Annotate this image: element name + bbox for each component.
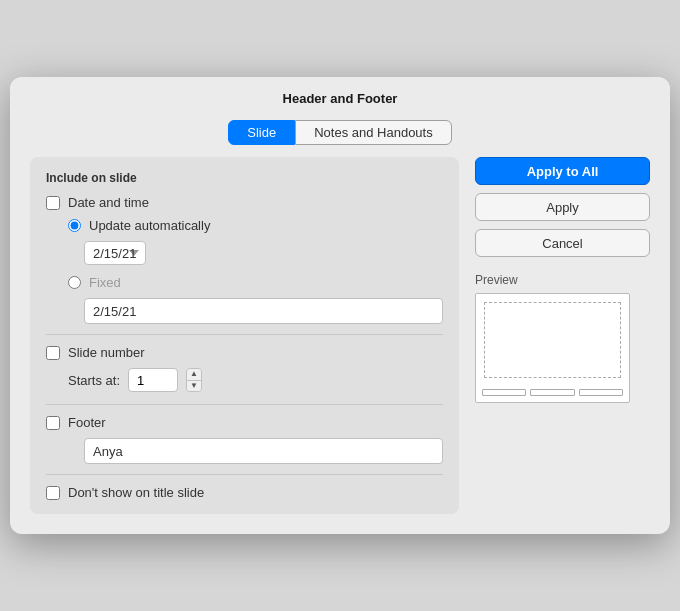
tab-bar: Slide Notes and Handouts [10, 120, 670, 145]
starts-at-input[interactable] [128, 368, 178, 392]
header-footer-dialog: Header and Footer Slide Notes and Handou… [10, 77, 670, 534]
fixed-radio[interactable] [68, 276, 81, 289]
preview-footer-area [482, 389, 623, 396]
dont-show-checkbox[interactable] [46, 486, 60, 500]
footer-checkbox[interactable] [46, 416, 60, 430]
update-auto-label: Update automatically [89, 218, 210, 233]
tab-slide[interactable]: Slide [228, 120, 295, 145]
preview-footer-block-3 [579, 389, 623, 396]
stepper-group: ▲ ▼ [128, 368, 202, 392]
divider-3 [46, 474, 443, 475]
divider-2 [46, 404, 443, 405]
fixed-date-input[interactable] [84, 298, 443, 324]
preview-footer-block-2 [530, 389, 574, 396]
preview-footer-block-1 [482, 389, 526, 396]
slide-number-row: Slide number [46, 345, 443, 360]
slide-number-label: Slide number [68, 345, 145, 360]
date-time-checkbox[interactable] [46, 196, 60, 210]
footer-label: Footer [68, 415, 106, 430]
dialog-title: Header and Footer [10, 77, 670, 114]
date-dropdown-wrapper: 2/15/21 [84, 241, 443, 265]
starts-at-label: Starts at: [68, 373, 120, 388]
apply-button[interactable]: Apply [475, 193, 650, 221]
right-panel: Apply to All Apply Cancel Preview [475, 157, 650, 514]
dont-show-label: Don't show on title slide [68, 485, 204, 500]
dont-show-row: Don't show on title slide [46, 485, 443, 500]
cancel-button[interactable]: Cancel [475, 229, 650, 257]
preview-box [475, 293, 630, 403]
left-panel: Include on slide Date and time Update au… [30, 157, 459, 514]
starts-at-row: Starts at: ▲ ▼ [68, 368, 443, 392]
stepper-up[interactable]: ▲ [187, 369, 201, 381]
stepper-arrows: ▲ ▼ [186, 368, 202, 392]
slide-number-checkbox[interactable] [46, 346, 60, 360]
date-select[interactable]: 2/15/21 [84, 241, 146, 265]
preview-section: Preview [475, 273, 650, 403]
footer-input[interactable] [84, 438, 443, 464]
update-auto-row: Update automatically [68, 218, 443, 233]
apply-all-button[interactable]: Apply to All [475, 157, 650, 185]
date-time-row: Date and time [46, 195, 443, 210]
stepper-down[interactable]: ▼ [187, 381, 201, 392]
fixed-label: Fixed [89, 275, 121, 290]
preview-label: Preview [475, 273, 650, 287]
fixed-row: Fixed [68, 275, 443, 290]
tab-notes-handouts[interactable]: Notes and Handouts [295, 120, 452, 145]
update-auto-radio[interactable] [68, 219, 81, 232]
content-area: Include on slide Date and time Update au… [10, 157, 670, 514]
footer-field-wrapper [84, 438, 443, 464]
divider-1 [46, 334, 443, 335]
date-time-label: Date and time [68, 195, 149, 210]
section-label: Include on slide [46, 171, 443, 185]
fixed-field-wrapper [84, 298, 443, 324]
footer-row: Footer [46, 415, 443, 430]
preview-inner [484, 302, 621, 378]
